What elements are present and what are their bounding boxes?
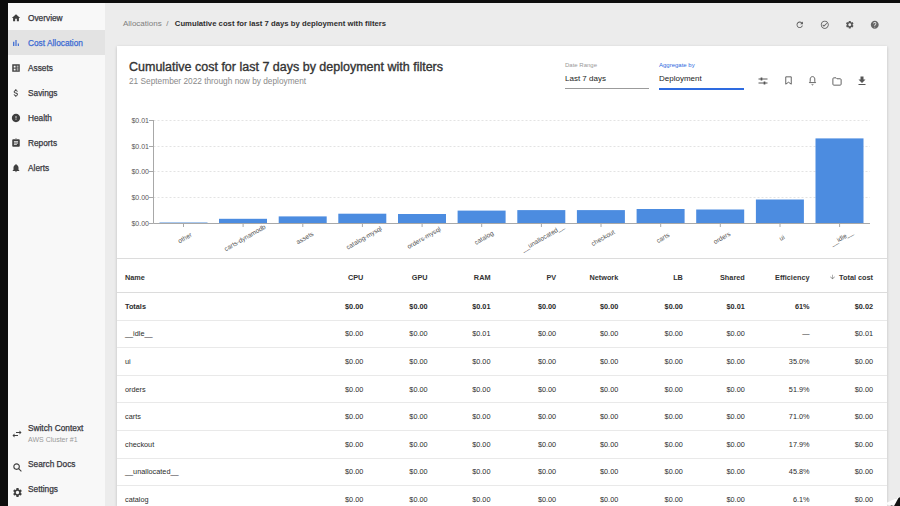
svg-text:assets: assets — [295, 229, 315, 245]
svg-text:$0.00: $0.00 — [131, 168, 149, 175]
svg-text:__idle__: __idle__ — [828, 228, 854, 248]
svg-text:catalog-mysql: catalog-mysql — [345, 224, 384, 251]
svg-text:carts-dynamodb: carts-dynamodb — [223, 223, 268, 253]
svg-text:$0.00: $0.00 — [131, 220, 149, 227]
svg-text:carts: carts — [655, 231, 671, 244]
svg-text:__unallocated__: __unallocated__ — [519, 222, 566, 253]
svg-text:$0.01: $0.01 — [131, 117, 149, 124]
svg-text:other: other — [177, 230, 194, 244]
svg-text:catalog: catalog — [473, 229, 495, 247]
svg-text:$0.00: $0.00 — [131, 194, 149, 201]
svg-text:orders-mysql: orders-mysql — [406, 225, 443, 251]
svg-text:$0.01: $0.01 — [131, 143, 149, 150]
svg-text:ui: ui — [778, 233, 786, 242]
svg-text:checkout: checkout — [590, 228, 616, 247]
svg-text:orders: orders — [712, 230, 732, 246]
